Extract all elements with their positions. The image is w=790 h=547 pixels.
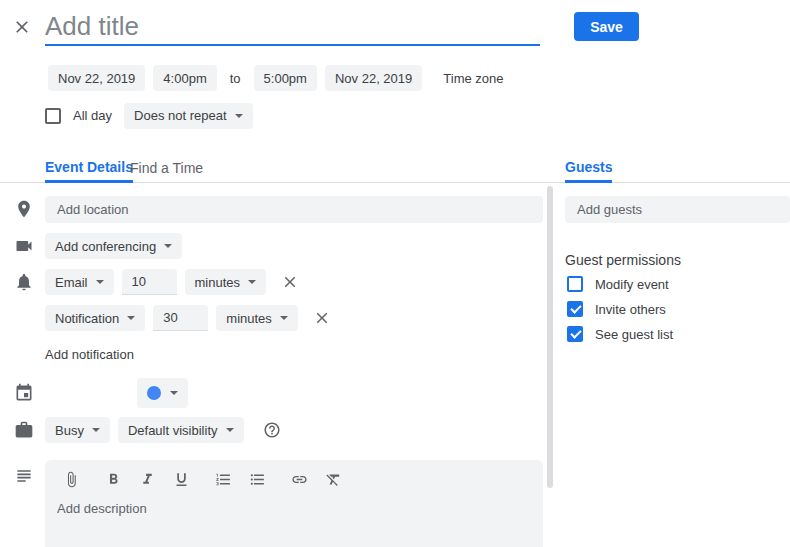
bulleted-list-button[interactable] — [247, 469, 267, 489]
attachment-button[interactable] — [61, 469, 81, 489]
tab-find-a-time[interactable]: Find a Time — [130, 153, 203, 183]
permission-row-see-guest-list: See guest list — [567, 326, 673, 342]
timezone-button[interactable]: Time zone — [443, 71, 503, 86]
notification-method-value: Notification — [55, 311, 119, 326]
underline-button[interactable] — [171, 469, 191, 489]
close-icon — [313, 309, 331, 327]
event-color-dot — [147, 386, 161, 400]
bell-icon — [14, 272, 34, 292]
scrollbar[interactable] — [547, 186, 553, 488]
chevron-down-icon — [170, 391, 178, 395]
recurrence-dropdown[interactable]: Does not repeat — [124, 103, 253, 129]
busy-visibility-row: Busy Default visibility — [45, 417, 282, 443]
notification-unit-dropdown[interactable]: minutes — [185, 269, 267, 295]
help-button[interactable] — [262, 420, 282, 440]
remove-notification-button[interactable] — [312, 308, 332, 328]
end-date-chip[interactable]: Nov 22, 2019 — [325, 65, 422, 91]
notification-unit-dropdown[interactable]: minutes — [216, 305, 298, 331]
conferencing-row: Add conferencing — [45, 233, 182, 259]
close-button[interactable] — [10, 15, 34, 39]
close-icon — [281, 273, 299, 291]
attachment-icon — [63, 471, 80, 488]
remove-notification-button[interactable] — [280, 272, 300, 292]
tab-guests[interactable]: Guests — [565, 153, 612, 183]
add-conferencing-dropdown[interactable]: Add conferencing — [45, 233, 182, 259]
permission-row-invite-others: Invite others — [567, 301, 673, 317]
datetime-row: Nov 22, 2019 4:00pm to 5:00pm Nov 22, 20… — [48, 65, 504, 91]
notification-unit-value: minutes — [226, 311, 272, 326]
notification-unit-value: minutes — [195, 275, 241, 290]
all-day-checkbox[interactable] — [45, 108, 61, 124]
busy-value: Busy — [55, 423, 84, 438]
start-date-chip[interactable]: Nov 22, 2019 — [48, 65, 145, 91]
underline-icon — [173, 471, 190, 488]
chevron-down-icon — [127, 316, 135, 320]
notification-value-input[interactable] — [122, 269, 177, 295]
title-input[interactable] — [45, 8, 540, 46]
permission-row-modify-event: Modify event — [567, 276, 673, 292]
italic-button[interactable] — [137, 469, 157, 489]
chevron-down-icon — [280, 316, 288, 320]
chevron-down-icon — [164, 244, 172, 248]
chevron-down-icon — [96, 280, 104, 284]
event-color-dropdown[interactable] — [137, 378, 188, 408]
location-pin-icon — [14, 199, 34, 219]
bulleted-list-icon — [249, 471, 266, 488]
event-editor-page: Save Nov 22, 2019 4:00pm to 5:00pm Nov 2… — [0, 0, 790, 547]
visibility-dropdown[interactable]: Default visibility — [118, 417, 244, 443]
video-camera-icon — [14, 236, 34, 256]
chevron-down-icon — [235, 114, 243, 118]
end-time-chip[interactable]: 5:00pm — [254, 65, 317, 91]
insert-link-icon — [291, 471, 308, 488]
invite-others-label: Invite others — [595, 302, 666, 317]
numbered-list-button[interactable] — [213, 469, 233, 489]
clear-formatting-icon — [325, 471, 342, 488]
notification-method-dropdown[interactable]: Notification — [45, 305, 145, 331]
chevron-down-icon — [92, 428, 100, 432]
bold-icon — [105, 471, 122, 488]
close-icon — [12, 17, 32, 37]
recurrence-value: Does not repeat — [134, 108, 227, 123]
clear-formatting-button[interactable] — [323, 469, 343, 489]
see-guest-list-label: See guest list — [595, 327, 673, 342]
tab-event-details[interactable]: Event Details — [45, 153, 133, 183]
insert-link-button[interactable] — [289, 469, 309, 489]
modify-event-label: Modify event — [595, 277, 669, 292]
calendar-icon — [14, 383, 34, 403]
to-label: to — [230, 71, 241, 86]
notification-row-1: Email minutes — [45, 269, 300, 295]
description-icon — [14, 466, 34, 486]
chevron-down-icon — [248, 280, 256, 284]
guest-permissions-title: Guest permissions — [565, 252, 681, 268]
chevron-down-icon — [226, 428, 234, 432]
formatting-toolbar — [45, 460, 543, 489]
all-day-row: All day Does not repeat — [45, 102, 253, 129]
start-time-chip[interactable]: 4:00pm — [153, 65, 216, 91]
guest-permissions-list: Modify event Invite others See guest lis… — [567, 276, 673, 342]
busy-dropdown[interactable]: Busy — [45, 417, 110, 443]
add-conferencing-label: Add conferencing — [55, 239, 156, 254]
all-day-label: All day — [73, 108, 112, 123]
invite-others-checkbox[interactable] — [567, 301, 583, 317]
italic-icon — [139, 471, 156, 488]
location-input[interactable] — [45, 196, 543, 223]
notification-method-value: Email — [55, 275, 88, 290]
tabs-bar: Event Details Find a Time Guests — [0, 153, 790, 183]
briefcase-icon — [14, 420, 34, 440]
description-input[interactable] — [57, 501, 531, 535]
modify-event-checkbox[interactable] — [567, 276, 583, 292]
description-box — [45, 460, 543, 547]
notification-value-input[interactable] — [153, 305, 208, 331]
numbered-list-icon — [215, 471, 232, 488]
add-guests-input[interactable] — [565, 196, 790, 223]
add-notification-button[interactable]: Add notification — [45, 347, 134, 362]
visibility-value: Default visibility — [128, 423, 218, 438]
notification-row-2: Notification minutes — [45, 305, 332, 331]
see-guest-list-checkbox[interactable] — [567, 326, 583, 342]
bold-button[interactable] — [103, 469, 123, 489]
help-icon — [263, 421, 281, 439]
save-button[interactable]: Save — [574, 12, 639, 41]
notification-method-dropdown[interactable]: Email — [45, 269, 114, 295]
